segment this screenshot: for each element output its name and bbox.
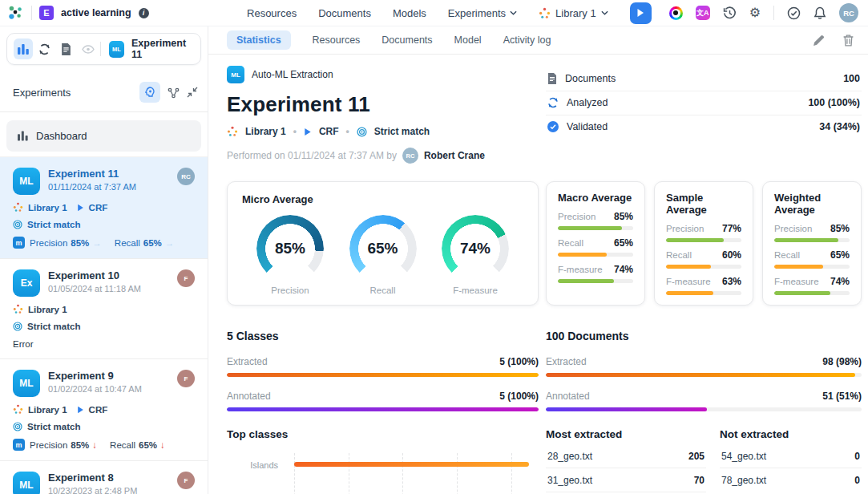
tab-statistics[interactable]: Statistics bbox=[227, 30, 291, 50]
gauge-group: 85% Precision 65% Recall bbox=[242, 215, 523, 295]
tab-resources[interactable]: Resources bbox=[313, 30, 361, 50]
active-learning-icon[interactable] bbox=[139, 82, 160, 103]
metric-label: Precision bbox=[30, 238, 67, 248]
experiment-library-row: Library 1 CRF bbox=[13, 202, 195, 213]
experiment-metrics-row: m Precision 85% ↓ Recall 65% ↓ bbox=[13, 439, 195, 451]
divider bbox=[100, 42, 101, 56]
main-nav: Resources Documents Models Experiments L… bbox=[247, 2, 652, 24]
target-icon bbox=[13, 422, 22, 431]
experiments-section-title: Experiments bbox=[13, 87, 71, 99]
sidebar: ML Experiment 11 Experiments Dashboa bbox=[0, 26, 208, 494]
top-bar: E active learning i Resources Documents … bbox=[0, 0, 868, 26]
app-logo-icon[interactable] bbox=[6, 4, 24, 22]
nav-resources[interactable]: Resources bbox=[247, 7, 297, 19]
metric-value: 77% bbox=[722, 223, 741, 234]
target-icon bbox=[13, 322, 22, 331]
nav-documents[interactable]: Documents bbox=[318, 7, 371, 19]
metric-value: 74% bbox=[830, 276, 850, 287]
precision-metric: Precision 85% ↓ bbox=[30, 440, 97, 450]
bell-icon[interactable] bbox=[813, 6, 826, 20]
history-icon[interactable] bbox=[723, 6, 737, 20]
section-title: Top classes bbox=[227, 428, 539, 440]
tab-documents[interactable]: Documents bbox=[382, 30, 432, 50]
metric-label: Precision bbox=[774, 224, 812, 233]
sidebar-item-dashboard[interactable]: Dashboard bbox=[6, 120, 201, 152]
edit-pencil-icon[interactable] bbox=[813, 34, 825, 47]
chart-y-labels: Islands Mountains Lakes bbox=[227, 453, 294, 494]
model-name: CRF bbox=[89, 203, 108, 213]
grid-line bbox=[294, 453, 295, 494]
metric-bar bbox=[774, 265, 823, 269]
experiment-match-row: Strict match bbox=[13, 322, 195, 331]
metric-bar bbox=[774, 238, 838, 242]
library-selector[interactable]: Library 1 bbox=[539, 7, 608, 19]
metric-bar bbox=[666, 238, 724, 242]
nav-models[interactable]: Models bbox=[393, 7, 426, 19]
metric-label: Recall bbox=[666, 250, 692, 260]
stat-label: Analyzed bbox=[567, 97, 608, 108]
main-panel: Statistics Resources Documents Model Act… bbox=[208, 26, 868, 494]
sync-view-button[interactable] bbox=[35, 38, 55, 59]
metric-value: 85% bbox=[614, 211, 633, 222]
check-circle-icon[interactable] bbox=[787, 6, 801, 20]
list-item: 78_geo.txt0 bbox=[720, 468, 862, 492]
most-extracted-list: Most extracted 28_geo.txt205 31_geo.txt7… bbox=[546, 428, 706, 494]
metric-bar bbox=[558, 253, 607, 257]
tab-model[interactable]: Model bbox=[454, 30, 482, 50]
experiments-section-header: Experiments bbox=[0, 71, 208, 112]
document-icon bbox=[547, 73, 557, 84]
play-icon bbox=[77, 204, 84, 212]
precision-gauge: 85% Precision bbox=[248, 215, 332, 295]
experiment-card-8[interactable]: ML Experiment 8 10/23/2023 at 2:48 PM F … bbox=[0, 461, 208, 494]
workspace-badge: E bbox=[39, 6, 54, 20]
bar-label: Annotated bbox=[546, 391, 590, 402]
metric-bar bbox=[666, 291, 713, 295]
statistics-view-button[interactable] bbox=[14, 38, 33, 59]
record-icon[interactable] bbox=[669, 6, 683, 20]
metric-label: Recall bbox=[558, 238, 583, 248]
settings-gear-icon[interactable]: ⚙ bbox=[749, 6, 761, 19]
documents-section: 100 Documents Extracted98 (98%) Annotate… bbox=[546, 330, 862, 411]
metric-bar bbox=[558, 226, 622, 230]
info-icon[interactable]: i bbox=[139, 8, 149, 18]
stat-value: 34 (34%) bbox=[819, 121, 860, 132]
sample-average-card: Sample Average Precision77% Recall60% F-… bbox=[654, 181, 753, 306]
progress-bar bbox=[546, 407, 707, 411]
target-icon bbox=[357, 127, 367, 137]
bar-value: 5 (100%) bbox=[499, 391, 539, 402]
compare-graph-icon[interactable] bbox=[168, 87, 180, 99]
metric-label: Precision bbox=[666, 224, 704, 233]
tab-activity-log[interactable]: Activity log bbox=[503, 30, 551, 50]
eye-view-button[interactable] bbox=[79, 38, 98, 59]
match-mode: Strict match bbox=[27, 220, 80, 229]
document-view-button[interactable] bbox=[57, 38, 76, 59]
user-avatar[interactable]: RC bbox=[839, 3, 858, 22]
collapse-panel-icon[interactable] bbox=[187, 87, 198, 98]
delete-trash-icon[interactable] bbox=[843, 34, 854, 47]
library-name: Library 1 bbox=[28, 305, 67, 314]
workspace-name: active learning bbox=[61, 7, 131, 18]
bar-label: Annotated bbox=[227, 391, 271, 402]
translate-icon[interactable]: 文A bbox=[696, 6, 710, 20]
metric-label: F-measure bbox=[558, 265, 603, 274]
annotated-row: Annotated51 (51%) bbox=[546, 391, 862, 411]
metric-label: F-measure bbox=[774, 277, 819, 286]
library-icon bbox=[13, 304, 23, 314]
experiment-card-11[interactable]: ML Experiment 11 01/11/2024 at 7:37 AM R… bbox=[0, 157, 208, 259]
experiment-card-10[interactable]: Ex Experiment 10 01/05/2024 at 11:18 AM … bbox=[0, 259, 208, 359]
experiment-date: 01/05/2024 at 11:18 AM bbox=[48, 284, 141, 294]
metric-label: Recall bbox=[774, 250, 800, 260]
check-circle-icon bbox=[547, 121, 559, 132]
progress-bar bbox=[227, 407, 539, 411]
library-name: Library 1 bbox=[28, 203, 67, 213]
library-name: Library 1 bbox=[28, 405, 67, 415]
metric-row: Precision85% bbox=[774, 223, 850, 242]
file-name: 54_geo.txt bbox=[721, 451, 766, 462]
experiment-card-9[interactable]: ML Experiment 9 01/02/2024 at 10:47 AM F… bbox=[0, 359, 208, 461]
trend-arrow-icon: → bbox=[92, 238, 102, 248]
nav-experiments[interactable]: Experiments bbox=[448, 7, 517, 19]
run-experiment-button[interactable] bbox=[630, 2, 652, 24]
experiment-title: Experiment 8 bbox=[48, 472, 137, 484]
sync-icon bbox=[547, 97, 559, 108]
author-avatar: RC bbox=[402, 148, 418, 164]
